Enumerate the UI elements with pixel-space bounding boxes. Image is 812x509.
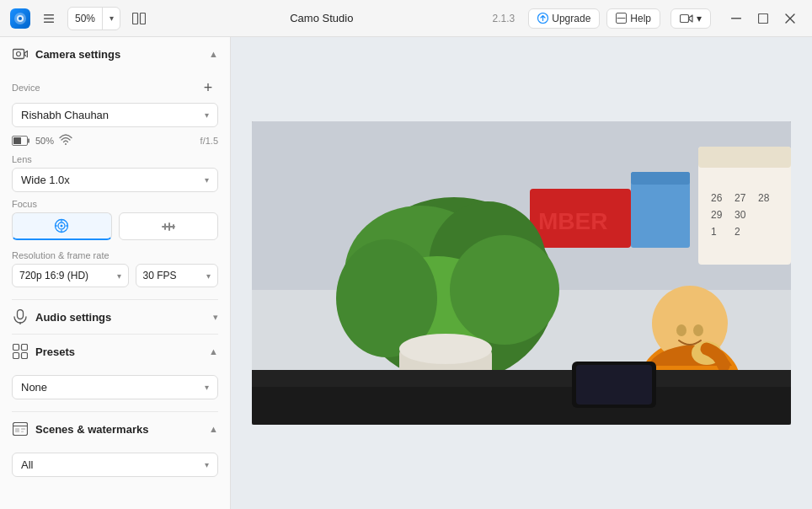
svg-rect-32 xyxy=(13,345,19,351)
sidebar: Camera settings ▲ Device + Rishabh Chauh… xyxy=(0,37,231,509)
stats-left: 50% xyxy=(12,134,72,147)
camera-settings-header[interactable]: Camera settings ▲ xyxy=(0,37,230,71)
resolution-dropdown-arrow: ▾ xyxy=(117,271,121,281)
audio-settings-chevron: ▾ xyxy=(213,312,218,323)
layout-toggle-button[interactable] xyxy=(127,7,151,30)
svg-text:2: 2 xyxy=(735,226,740,238)
app-version: 2.1.3 xyxy=(493,13,516,24)
svg-rect-27 xyxy=(164,223,166,230)
resolution-value: 720p 16:9 (HD) xyxy=(19,270,88,281)
svg-rect-29 xyxy=(173,224,174,229)
svg-rect-70 xyxy=(252,370,791,387)
lens-dropdown[interactable]: Wide 1.0x ▾ xyxy=(12,168,218,192)
wifi-icon xyxy=(59,134,72,147)
svg-rect-7 xyxy=(141,13,146,24)
scene-dropdown[interactable]: All ▾ xyxy=(12,453,218,477)
device-row: Device + xyxy=(12,78,218,98)
scenes-section: Scenes & watermarks ▲ All ▾ xyxy=(0,412,230,489)
svg-rect-12 xyxy=(759,13,768,23)
svg-rect-3 xyxy=(44,14,54,16)
svg-text:26: 26 xyxy=(711,192,723,204)
camera-settings-chevron: ▲ xyxy=(209,49,218,59)
device-label: Device xyxy=(12,83,40,93)
focus-label: Focus xyxy=(12,199,218,209)
fps-dropdown[interactable]: 30 FPS ▾ xyxy=(136,264,218,287)
device-name: Rishabh Chauhan xyxy=(21,109,109,121)
fps-dropdown-arrow: ▾ xyxy=(206,271,211,281)
svg-rect-5 xyxy=(44,21,54,23)
svg-rect-52 xyxy=(631,172,690,185)
fstop-value: f/1.5 xyxy=(200,136,218,146)
resolution-dropdown[interactable]: 720p 16:9 (HD) ▾ xyxy=(12,264,129,287)
svg-rect-34 xyxy=(13,353,19,359)
svg-point-67 xyxy=(693,324,703,336)
audio-settings-header[interactable]: Audio settings ▾ xyxy=(0,300,230,334)
add-device-button[interactable]: + xyxy=(198,78,218,98)
presets-header[interactable]: Presets ▲ xyxy=(0,335,230,368)
fps-value: 30 FPS xyxy=(143,270,177,281)
svg-rect-43 xyxy=(698,147,791,168)
sidebar-toggle-button[interactable] xyxy=(37,7,61,30)
focus-row xyxy=(12,212,218,240)
svg-rect-4 xyxy=(44,18,54,19)
svg-rect-6 xyxy=(133,13,138,24)
lens-label: Lens xyxy=(12,154,218,164)
preview-area: 26 27 28 29 30 1 2 MBER xyxy=(231,37,812,509)
device-dropdown[interactable]: Rishabh Chauhan ▾ xyxy=(12,103,218,127)
zoom-value: 50% xyxy=(68,8,103,29)
svg-text:29: 29 xyxy=(711,209,723,221)
scene-dropdown-arrow: ▾ xyxy=(205,460,209,469)
svg-rect-35 xyxy=(22,353,28,359)
preset-dropdown[interactable]: None ▾ xyxy=(12,375,218,399)
zoom-dropdown-arrow[interactable]: ▾ xyxy=(103,8,120,29)
camera-settings-section: Camera settings ▲ Device + Rishabh Chauh… xyxy=(0,37,230,299)
audio-settings-title: Audio settings xyxy=(35,311,213,324)
svg-rect-11 xyxy=(731,18,741,19)
svg-rect-38 xyxy=(21,428,25,430)
svg-point-63 xyxy=(399,334,492,364)
upgrade-button[interactable]: Upgrade xyxy=(528,8,600,29)
svg-rect-28 xyxy=(168,222,170,231)
minimize-button[interactable] xyxy=(724,7,748,30)
scenes-header[interactable]: Scenes & watermarks ▲ xyxy=(0,412,230,446)
svg-text:MBER: MBER xyxy=(538,208,607,234)
battery-icon xyxy=(12,136,30,146)
svg-rect-72 xyxy=(576,365,652,405)
camera-source-button[interactable]: ▾ xyxy=(670,8,711,29)
res-label: Resolution & frame rate xyxy=(12,250,218,260)
svg-text:28: 28 xyxy=(758,192,770,204)
svg-rect-16 xyxy=(13,137,21,144)
svg-text:30: 30 xyxy=(735,209,746,221)
res-row: 720p 16:9 (HD) ▾ 30 FPS ▾ xyxy=(12,264,218,287)
svg-rect-10 xyxy=(681,14,689,22)
svg-point-60 xyxy=(450,235,559,345)
window-controls xyxy=(724,7,802,30)
battery-pct: 50% xyxy=(35,136,54,146)
audio-settings-icon xyxy=(12,308,29,325)
titlebar: 50% ▾ Camo Studio 2.1.3 Upgrade Help ▾ xyxy=(0,0,812,37)
camera-settings-icon xyxy=(12,46,29,62)
presets-icon xyxy=(12,343,29,360)
presets-section: Presets ▲ None ▾ xyxy=(0,335,230,411)
svg-rect-39 xyxy=(21,431,24,433)
close-button[interactable] xyxy=(778,7,802,30)
focus-manual-button[interactable] xyxy=(119,212,219,240)
svg-point-2 xyxy=(19,17,22,20)
svg-rect-17 xyxy=(28,139,30,143)
device-stats: 50% f/1.5 xyxy=(12,134,218,147)
app-title: Camo Studio xyxy=(158,12,486,24)
maximize-button[interactable] xyxy=(751,7,775,30)
lens-dropdown-arrow: ▾ xyxy=(205,175,209,185)
device-dropdown-arrow: ▾ xyxy=(205,110,209,120)
help-button[interactable]: Help xyxy=(606,8,660,29)
scenes-body: All ▾ xyxy=(0,446,230,489)
main-content: Camera settings ▲ Device + Rishabh Chauh… xyxy=(0,37,812,509)
scenes-chevron: ▲ xyxy=(209,424,218,434)
presets-title: Presets xyxy=(35,346,209,358)
zoom-control[interactable]: 50% ▾ xyxy=(67,7,120,30)
presets-chevron: ▲ xyxy=(209,346,218,356)
svg-point-66 xyxy=(676,324,686,336)
svg-rect-13 xyxy=(13,50,24,59)
preset-value: None xyxy=(21,381,47,394)
focus-auto-button[interactable] xyxy=(12,212,112,240)
